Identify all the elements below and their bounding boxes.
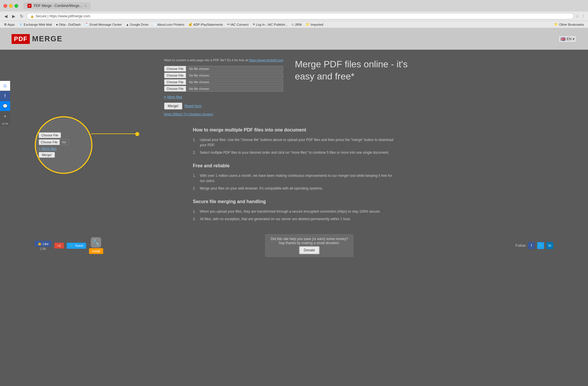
choose-file-btn-4[interactable]: Choose File: [164, 86, 186, 92]
magnifier-content: Choose File Choose File No + More files …: [36, 129, 91, 161]
magnifier-file-row: Choose File No: [39, 139, 88, 145]
refresh-btn[interactable]: ↻: [18, 13, 25, 19]
file-label-4: No file chosen: [186, 86, 283, 92]
promo-text: Want to convert a web page into a PDF fi…: [164, 58, 283, 62]
file-input-row-4: Choose File No file chosen: [164, 86, 283, 92]
follow-linkedin-btn[interactable]: in: [546, 242, 553, 249]
install-container: 🔧 Install: [89, 237, 103, 254]
address-bar[interactable]: 🔒 Secure | https://www.pdfmerge.com: [27, 13, 574, 19]
magnifier-choose-file-1[interactable]: Choose File: [39, 132, 61, 138]
follow-label: Follow: [515, 244, 526, 248]
tab-title: PDF Merge - Combine/Merge...: [34, 4, 82, 8]
arrow-line: [91, 133, 137, 134]
language-selector[interactable]: 🇬🇧 EN ▾: [559, 36, 576, 42]
how-to-list: Upload your files: Use the "choose file"…: [193, 136, 395, 156]
lang-chevron-icon: ▾: [573, 37, 574, 41]
hero-text: Merge PDF files online - it's easy and f…: [295, 58, 424, 82]
file-label-1: No file chosen: [186, 66, 283, 72]
bookmark-other[interactable]: 📁 Other Bookmarks: [552, 22, 586, 27]
follow-twitter-btn[interactable]: 🐦: [537, 242, 544, 249]
bookmark-log[interactable]: ✕ Log In - IAC Publishi...: [251, 22, 289, 27]
maximize-window-btn[interactable]: [14, 4, 18, 8]
follow-section: Follow f 🐦 in: [515, 242, 553, 249]
browser-titlebar: P PDF Merge - Combine/Merge... ✕: [0, 0, 588, 12]
choose-file-btn-3[interactable]: Choose File: [164, 79, 186, 85]
instructions: How to merge multiple PDF files into one…: [193, 127, 395, 223]
more-files-label: More files: [167, 95, 182, 99]
how-to-item-2: Select multiple PDF files in your desire…: [193, 149, 395, 156]
left-panel: Want to convert a web page into a PDF fi…: [164, 58, 283, 116]
choose-file-btn-2[interactable]: Choose File: [164, 73, 186, 78]
offline-link[interactable]: Work Offline? Try Desktop Version!: [164, 112, 283, 116]
magnifier-more-files[interactable]: + More files: [39, 147, 88, 151]
bookmark-okta[interactable]: ● Okta - DotDash: [54, 22, 82, 27]
sidebar-count: 10.9K: [0, 121, 10, 126]
file-label-2: No file chosen: [186, 73, 283, 78]
promo-link[interactable]: https://www.htmlpdf.com: [249, 58, 283, 62]
minimize-window-btn[interactable]: [9, 4, 13, 8]
close-window-btn[interactable]: [3, 4, 7, 8]
magnifier-merge-btn[interactable]: Merge!: [39, 152, 55, 158]
bookmark-jira[interactable]: ◇ JIRA: [290, 22, 303, 27]
lang-label: EN: [567, 37, 572, 41]
social-messenger-btn[interactable]: 💬: [0, 101, 10, 111]
donation-text: Did this site help you save (or earn) so…: [271, 237, 348, 241]
page-header: PDF MERGE 🇬🇧 EN ▾: [0, 28, 588, 50]
bookmark-imported[interactable]: 📁 Imported: [304, 22, 325, 27]
bookmark-email[interactable]: 📩 Email Message Center: [83, 22, 123, 27]
bookmark-iac[interactable]: ✏ IAC Connect: [225, 22, 250, 27]
browser-toolbar: ◀ ▶ ↻ 🔒 Secure | https://www.pdfmerge.co…: [0, 12, 588, 21]
gplus-btn[interactable]: +1: [54, 243, 64, 248]
donation-area: Did this site help you save (or earn) so…: [265, 234, 354, 257]
social-buttons: 👍 Like 1.6K +1 🐦 Tweet 🔧 Install: [35, 237, 103, 254]
secure-item-1: When you upload your files, they are tra…: [193, 208, 395, 215]
twitter-icon: 🐦: [70, 244, 74, 248]
file-input-row-2: Choose File No file chosen: [164, 73, 283, 78]
donation-sub: Say thanks by making a small donation.: [271, 241, 348, 245]
more-files-btn[interactable]: + More files: [164, 94, 182, 100]
magnifier-choose-file-2[interactable]: Choose File: [39, 139, 60, 145]
section-free-reliable: Free and reliable With over 1 million us…: [193, 163, 395, 192]
merge-btn[interactable]: Merge!: [164, 103, 182, 110]
browser-tab[interactable]: P PDF Merge - Combine/Merge... ✕: [23, 2, 91, 9]
back-btn[interactable]: ◀: [3, 13, 9, 19]
fb-like-icon: 👍: [38, 242, 42, 246]
lock-icon: 🔒: [30, 15, 34, 18]
free-reliable-item-2: Merge your files on your web browser. It…: [193, 185, 395, 192]
tab-favicon: P: [27, 4, 31, 8]
browser-chrome: P PDF Merge - Combine/Merge... ✕ ◀ ▶ ↻ 🔒…: [0, 0, 588, 28]
content-grid: Want to convert a web page into a PDF fi…: [164, 58, 424, 116]
tab-close-btn[interactable]: ✕: [84, 4, 87, 8]
bookmark-about[interactable]: 📄 About.com Printers: [151, 22, 186, 27]
free-reliable-list: With over 1 million users a month, we ha…: [193, 172, 395, 192]
free-reliable-item-1: With over 1 million users a month, we ha…: [193, 172, 395, 185]
facebook-icon: f: [5, 94, 6, 98]
reset-form-btn[interactable]: Reset form: [185, 103, 202, 110]
menu-icon[interactable]: ⋮: [581, 14, 585, 18]
twitter-btn[interactable]: 🐦 Tweet: [67, 243, 86, 249]
window-controls: [3, 4, 18, 8]
donate-btn[interactable]: Donate: [299, 246, 320, 254]
flag-icon: 🇬🇧: [561, 37, 565, 41]
sidebar-social: G f 💬 + 10.9K: [0, 81, 10, 126]
secure-list: When you upload your files, they are tra…: [193, 208, 395, 223]
choose-file-btn-1[interactable]: Choose File: [164, 66, 186, 72]
install-btn[interactable]: Install: [89, 248, 103, 254]
forward-btn[interactable]: ▶: [11, 13, 17, 19]
social-google-btn[interactable]: G: [0, 81, 10, 91]
bookmark-adp[interactable]: 💰 ADP iPayStatements: [187, 22, 225, 27]
social-plus-btn[interactable]: +: [0, 111, 10, 121]
social-facebook-btn[interactable]: f: [0, 91, 10, 101]
star-icon[interactable]: ☆: [576, 14, 579, 18]
follow-facebook-btn[interactable]: f: [528, 242, 535, 249]
plus-icon: +: [4, 114, 6, 118]
bookmark-drive[interactable]: ▲ Google Drive: [124, 22, 150, 27]
bookmark-apps[interactable]: ⊞ Apps: [2, 22, 16, 27]
bookmark-exchange[interactable]: 📧 Exchange Web Mail: [17, 22, 54, 27]
fb-like-btn[interactable]: 👍 Like: [35, 241, 51, 247]
more-files-plus-icon: +: [164, 95, 166, 99]
file-input-row-3: Choose File No file chosen: [164, 79, 283, 85]
messenger-icon: 💬: [3, 104, 8, 108]
how-to-title: How to merge multiple PDF files into one…: [193, 127, 395, 133]
magnifier-overlay: Choose File Choose File No + More files …: [35, 116, 92, 174]
